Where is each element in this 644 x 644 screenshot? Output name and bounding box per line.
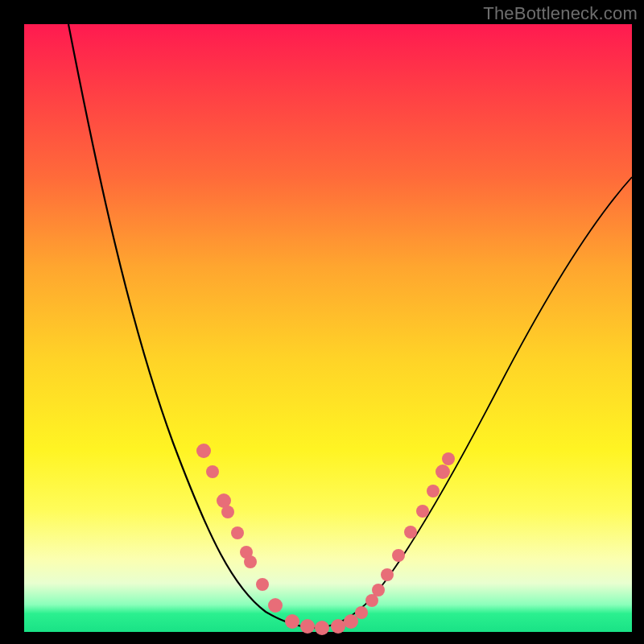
chart-svg: [24, 24, 632, 632]
plot-area: [24, 24, 632, 632]
data-point: [344, 614, 358, 629]
data-point: [404, 526, 417, 539]
left-curve: [68, 24, 318, 628]
data-point: [300, 619, 315, 634]
data-point: [392, 549, 405, 562]
data-point: [256, 578, 269, 591]
data-point: [381, 568, 394, 581]
data-point: [436, 464, 450, 479]
data-point: [196, 444, 211, 458]
data-point: [355, 606, 368, 619]
data-point: [231, 526, 244, 539]
chart-frame: TheBottleneck.com: [0, 0, 644, 644]
data-point: [331, 619, 345, 634]
data-point: [427, 485, 440, 497]
data-point: [442, 452, 455, 465]
data-point: [221, 506, 234, 518]
dots-right-group: [331, 452, 455, 634]
data-point: [206, 465, 219, 478]
data-point: [372, 584, 385, 597]
data-point: [268, 598, 283, 613]
curve-group: [68, 24, 632, 628]
dots-left-group: [196, 444, 329, 635]
data-point: [315, 621, 329, 635]
right-curve: [318, 177, 632, 628]
watermark-text: TheBottleneck.com: [483, 3, 638, 24]
data-point: [244, 555, 257, 568]
data-point: [416, 505, 429, 518]
data-point: [285, 614, 299, 629]
